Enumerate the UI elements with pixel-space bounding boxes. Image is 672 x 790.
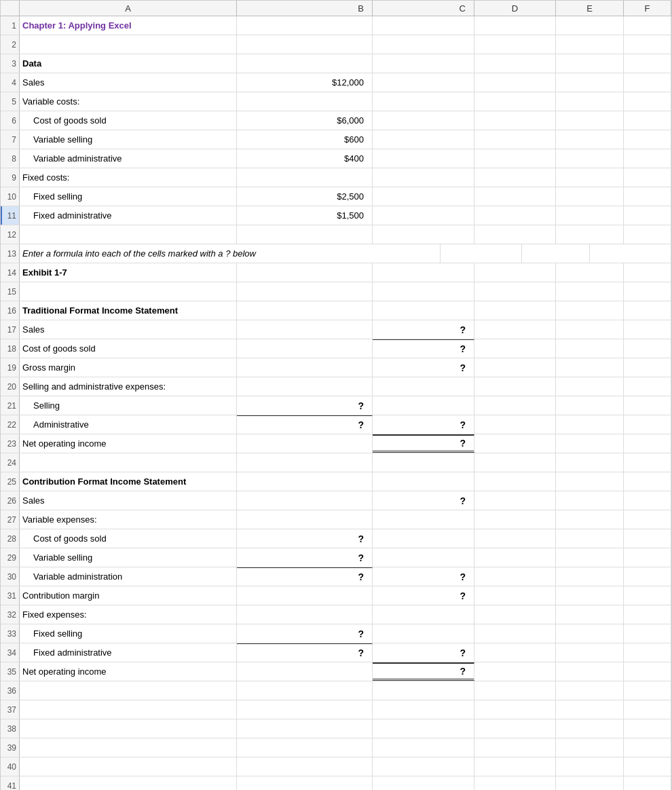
cell-c18[interactable]: ? [373, 339, 474, 358]
cell-d19[interactable] [474, 358, 556, 377]
cell-f1[interactable] [624, 16, 671, 35]
cell-c24[interactable] [373, 453, 474, 472]
cell-a20[interactable]: Selling and administrative expenses: [20, 377, 237, 396]
cell-b10[interactable]: $2,500 [237, 187, 373, 206]
cell-d3[interactable] [474, 54, 556, 73]
cell-e16[interactable] [556, 301, 624, 320]
cell-b11[interactable]: $1,500 [237, 206, 373, 225]
cell-e5[interactable] [556, 92, 624, 111]
cell-e15[interactable] [556, 282, 624, 301]
cell-c26[interactable]: ? [373, 491, 474, 510]
cell-b30[interactable]: ? [237, 567, 373, 586]
cell-f8[interactable] [624, 149, 671, 168]
cell-f9[interactable] [624, 168, 671, 187]
cell-c29[interactable] [373, 548, 474, 567]
cell-a7[interactable]: Variable selling [20, 130, 237, 149]
cell-b32[interactable] [237, 605, 373, 624]
cell-b18[interactable] [237, 339, 373, 358]
cell-f14[interactable] [624, 263, 671, 282]
cell-a29[interactable]: Variable selling [20, 548, 237, 567]
cell-a15[interactable] [20, 282, 237, 301]
cell-d6[interactable] [474, 111, 556, 130]
cell-c17[interactable]: ? [373, 320, 474, 339]
cell-c5[interactable] [373, 92, 474, 111]
cell-a4[interactable]: Sales [20, 73, 237, 92]
cell-a24[interactable] [20, 453, 237, 472]
cell-c15[interactable] [373, 282, 474, 301]
cell-b20[interactable] [237, 377, 373, 396]
cell-d9[interactable] [474, 168, 556, 187]
cell-f28[interactable] [624, 529, 671, 548]
cell-d31[interactable] [474, 586, 556, 605]
cell-a12[interactable] [20, 225, 237, 244]
cell-d35[interactable] [474, 662, 556, 681]
cell-b16[interactable] [237, 301, 373, 320]
cell-c28[interactable] [373, 529, 474, 548]
cell-b31[interactable] [237, 586, 373, 605]
cell-d1[interactable] [474, 16, 556, 35]
cell-e28[interactable] [556, 529, 624, 548]
cell-c32[interactable] [373, 605, 474, 624]
cell-d27[interactable] [474, 510, 556, 529]
cell-b28[interactable]: ? [237, 529, 373, 548]
cell-b25[interactable] [237, 472, 373, 491]
cell-a30[interactable]: Variable administration [20, 567, 237, 586]
cell-c9[interactable] [373, 168, 474, 187]
cell-e24[interactable] [556, 453, 624, 472]
cell-b9[interactable] [237, 168, 373, 187]
cell-d11[interactable] [474, 206, 556, 225]
cell-a10[interactable]: Fixed selling [20, 187, 237, 206]
cell-a18[interactable]: Cost of goods sold [20, 339, 237, 358]
cell-d8[interactable] [474, 149, 556, 168]
cell-e21[interactable] [556, 396, 624, 415]
cell-f6[interactable] [624, 111, 671, 130]
cell-c4[interactable] [373, 73, 474, 92]
cell-a26[interactable]: Sales [20, 491, 237, 510]
cell-e4[interactable] [556, 73, 624, 92]
cell-b22[interactable]: ? [237, 415, 373, 434]
cell-b26[interactable] [237, 491, 373, 510]
cell-e35[interactable] [556, 662, 624, 681]
cell-f11[interactable] [624, 206, 671, 225]
cell-b21[interactable]: ? [237, 396, 373, 415]
cell-c3[interactable] [373, 54, 474, 73]
cell-f17[interactable] [624, 320, 671, 339]
cell-e22[interactable] [556, 415, 624, 434]
cell-a34[interactable]: Fixed administrative [20, 643, 237, 662]
cell-e19[interactable] [556, 358, 624, 377]
cell-f3[interactable] [624, 54, 671, 73]
cell-e17[interactable] [556, 320, 624, 339]
cell-e30[interactable] [556, 567, 624, 586]
cell-c2[interactable] [373, 35, 474, 54]
cell-d2[interactable] [474, 35, 556, 54]
cell-e23[interactable] [556, 434, 624, 453]
cell-a8[interactable]: Variable administrative [20, 149, 237, 168]
cell-a31[interactable]: Contribution margin [20, 586, 237, 605]
cell-f20[interactable] [624, 377, 671, 396]
cell-c35[interactable]: ? [373, 662, 474, 681]
cell-c11[interactable] [373, 206, 474, 225]
cell-a21[interactable]: Selling [20, 396, 237, 415]
cell-c21[interactable] [373, 396, 474, 415]
cell-e2[interactable] [556, 35, 624, 54]
cell-f21[interactable] [624, 396, 671, 415]
cell-e14[interactable] [556, 263, 624, 282]
cell-c22[interactable]: ? [373, 415, 474, 434]
cell-c30[interactable]: ? [373, 567, 474, 586]
cell-a5[interactable]: Variable costs: [20, 92, 237, 111]
cell-a28[interactable]: Cost of goods sold [20, 529, 237, 548]
cell-d10[interactable] [474, 187, 556, 206]
cell-b7[interactable]: $600 [237, 130, 373, 149]
cell-c1[interactable] [373, 16, 474, 35]
cell-e33[interactable] [556, 624, 624, 643]
cell-c34[interactable]: ? [373, 643, 474, 662]
cell-c31[interactable]: ? [373, 586, 474, 605]
cell-f15[interactable] [624, 282, 671, 301]
cell-e26[interactable] [556, 491, 624, 510]
cell-a17[interactable]: Sales [20, 320, 237, 339]
cell-d32[interactable] [474, 605, 556, 624]
cell-b29[interactable]: ? [237, 548, 373, 567]
cell-d34[interactable] [474, 643, 556, 662]
cell-d15[interactable] [474, 282, 556, 301]
cell-e32[interactable] [556, 605, 624, 624]
